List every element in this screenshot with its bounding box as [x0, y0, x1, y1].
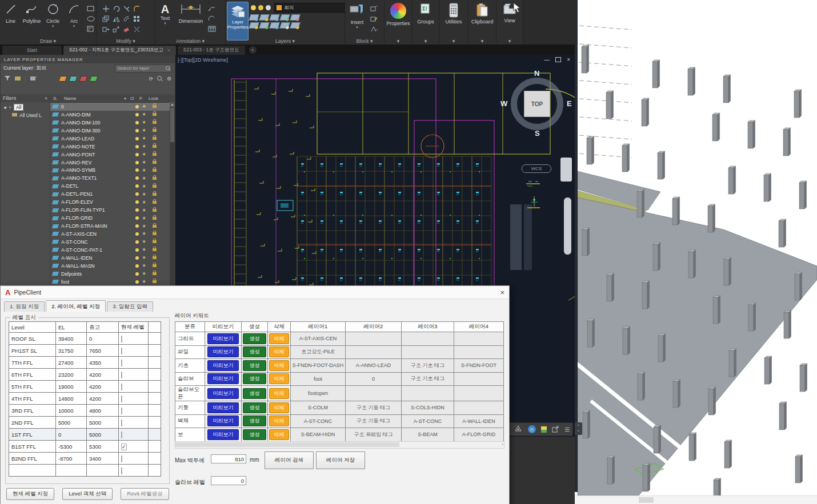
layer-keyword-table[interactable]: 분류미리보기생성삭제레이어1레이어2레이어3레이어4그리드미리보기생성삭제A-S… [175, 321, 504, 442]
delete-layer-icon[interactable] [79, 76, 87, 82]
create-revit-level-button[interactable]: Revit 레벨생성 [121, 488, 169, 500]
pane-divider[interactable] [575, 0, 578, 492]
layer-lock-icon[interactable] [153, 225, 157, 228]
stretch-icon[interactable] [101, 25, 110, 34]
layer1-cell[interactable]: S-BEAM-HIDN [291, 428, 346, 442]
layer-lock-icon[interactable] [153, 105, 157, 108]
layer-on-bulb-icon[interactable] [135, 248, 139, 252]
line-tool-button[interactable]: Line [0, 0, 21, 34]
preview-button[interactable]: 미리보기 [207, 388, 239, 399]
viewcube-east[interactable]: E [567, 99, 572, 108]
refresh-icon[interactable]: ⟳ [149, 76, 153, 82]
layers-panel-label[interactable]: Layers ▾ [226, 38, 345, 44]
level-table[interactable]: LevelEL층고현재 레벨ROOF SL394000PH1ST SL31750… [9, 321, 161, 477]
layer-save-button[interactable]: 레이어 저장 [316, 451, 365, 469]
layer-row[interactable]: A-WALL-MASN☀ [50, 262, 175, 270]
layer-on-bulb-icon[interactable] [135, 280, 139, 284]
arc-tool-button[interactable]: Arc ▾ [63, 0, 85, 34]
tab-layer-level[interactable]: 2. 레이어, 레벨 지정 [46, 300, 106, 312]
layer-on-bulb-icon[interactable] [135, 105, 139, 108]
level-name-cell[interactable]: 5TH FFL [9, 381, 56, 393]
layer-lock-icon[interactable] [153, 240, 157, 243]
layer-on-bulb-icon[interactable] [135, 264, 139, 268]
layer-state-icon[interactable] [270, 14, 281, 21]
minimize-icon[interactable]: — [544, 57, 550, 63]
set-current-level-button[interactable]: 현재 레벨 지정 [6, 488, 54, 500]
layer-lock-icon[interactable] [153, 169, 157, 172]
delete-button[interactable]: 삭제 [269, 429, 289, 440]
layer2-cell[interactable] [346, 345, 402, 359]
layer-on-bulb-icon[interactable] [135, 208, 139, 212]
layer-thaw-icon[interactable] [258, 5, 263, 10]
layer-freeze-sun-icon[interactable]: ☀ [140, 160, 148, 165]
level-el-cell[interactable]: 5000 [56, 417, 87, 429]
circle-tool-button[interactable]: Circle ▾ [42, 0, 63, 34]
layer1-cell[interactable]: 초고강도-PILE [291, 345, 346, 359]
circle-caret-icon[interactable]: ▾ [52, 24, 54, 29]
layer-lock-icon[interactable] [153, 248, 157, 251]
level-height-cell[interactable]: 4200 [87, 369, 119, 381]
layer-row[interactable]: A-FLOR-FLIN-TYP1☀ [50, 206, 175, 214]
filter-tree-root[interactable]: ■ ✦ All [1, 102, 50, 111]
ellipse-icon[interactable] [86, 14, 96, 23]
edit-block-icon[interactable] [369, 14, 379, 23]
utilities-button[interactable]: Utilities [439, 0, 468, 37]
groups-panel-caret[interactable]: ▾ [412, 38, 439, 44]
layer-lock-icon[interactable] [153, 177, 157, 180]
viewcube-top-face[interactable]: TOP [524, 91, 550, 117]
layer-on-bulb-icon[interactable] [135, 192, 139, 196]
clipboard-panel-caret[interactable]: ▾ [468, 38, 496, 44]
level-height-cell[interactable]: 0 [87, 333, 119, 345]
create-block-icon[interactable] [369, 4, 379, 13]
close-icon[interactable]: × [567, 57, 570, 63]
level-name-cell[interactable]: B2ND FFL [9, 453, 56, 465]
layer-on-bulb-icon[interactable] [135, 272, 139, 276]
current-level-checkbox[interactable] [121, 396, 122, 402]
delete-button[interactable]: 삭제 [269, 402, 289, 413]
layer-on-bulb-icon[interactable] [135, 153, 139, 156]
layer-row[interactable]: A-DETL☀ [50, 182, 175, 190]
layer1-cell[interactable]: footopen [291, 386, 346, 401]
layer-lock-icon[interactable] [153, 113, 157, 116]
current-level-checkbox[interactable]: ✓ [121, 443, 127, 450]
tab-start[interactable]: Start [2, 46, 62, 55]
level-el-cell[interactable]: 23200 [56, 369, 87, 381]
level-el-cell[interactable] [56, 465, 87, 477]
preview-button[interactable]: 미리보기 [207, 373, 239, 384]
current-level-checkbox[interactable] [121, 432, 122, 438]
layer-freeze-sun-icon[interactable]: ☀ [140, 128, 148, 133]
delete-button[interactable]: 삭제 [269, 373, 289, 384]
block-attributes-icon[interactable] [369, 25, 379, 34]
layer-state-icon[interactable] [249, 22, 260, 29]
layer-freeze-sun-icon[interactable]: ☀ [140, 247, 148, 252]
rotate-icon[interactable] [111, 4, 121, 13]
properties-button[interactable]: Properties [385, 0, 412, 37]
layer-lock-icon[interactable] [153, 145, 157, 148]
layer-freeze-sun-icon[interactable]: ☀ [140, 104, 148, 109]
current-level-checkbox[interactable] [121, 360, 122, 366]
current-level-checkbox[interactable] [121, 467, 122, 474]
layer-lock-icon[interactable] [153, 256, 157, 259]
level-height-cell[interactable]: 7650 [87, 345, 119, 357]
fillet-icon[interactable] [132, 4, 141, 13]
restore-icon[interactable] [555, 57, 561, 62]
horizontal-scrollbar[interactable] [575, 495, 817, 504]
grid-display-icon[interactable] [541, 426, 547, 433]
create-button[interactable]: 생성 [243, 373, 266, 384]
layer-row[interactable]: 0☀ [50, 103, 175, 111]
layer4-cell[interactable]: S-FNDN-FOOT [454, 359, 504, 373]
layer-lock-icon[interactable] [153, 137, 157, 140]
arc-caret-icon[interactable]: ▾ [73, 24, 75, 29]
layer-on-icon[interactable] [251, 5, 256, 10]
viewport-controls-label[interactable]: [-][Top][2D Wireframe] [178, 57, 228, 63]
isolate-icon[interactable] [157, 75, 163, 82]
level-height-cell[interactable]: 5000 [87, 417, 119, 429]
layer-freeze-sun-icon[interactable]: ☀ [140, 144, 148, 149]
current-level-checkbox[interactable] [121, 348, 122, 354]
layer2-cell[interactable] [346, 332, 402, 346]
level-name-cell[interactable] [9, 465, 56, 477]
trim-icon[interactable] [122, 4, 131, 13]
layer2-cell[interactable]: A-ANNO-LEAD [346, 359, 402, 373]
layer4-cell[interactable]: A-WALL-IDEN [454, 414, 504, 428]
hatch-icon[interactable] [86, 25, 96, 34]
